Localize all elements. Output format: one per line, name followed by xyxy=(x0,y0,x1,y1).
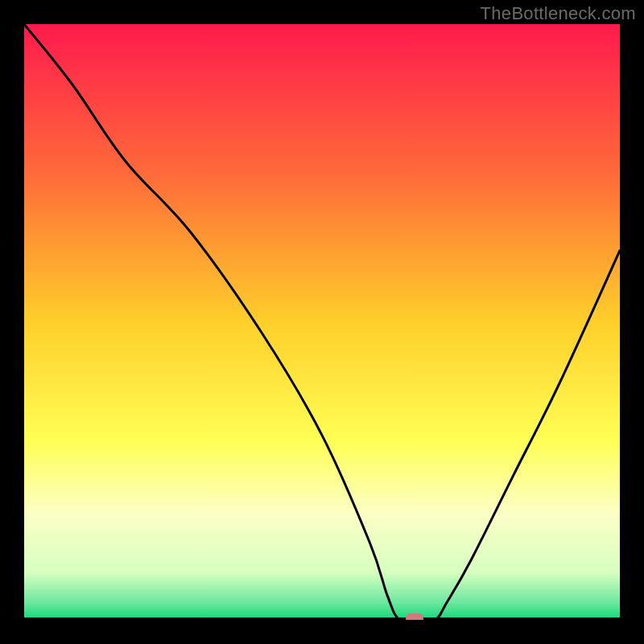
plot-svg xyxy=(24,24,620,620)
chart-frame: TheBottleneck.com xyxy=(0,0,644,644)
plot-area xyxy=(24,24,620,620)
gradient-background xyxy=(24,24,620,620)
optimal-point-marker xyxy=(406,613,423,620)
watermark-text: TheBottleneck.com xyxy=(481,3,636,24)
